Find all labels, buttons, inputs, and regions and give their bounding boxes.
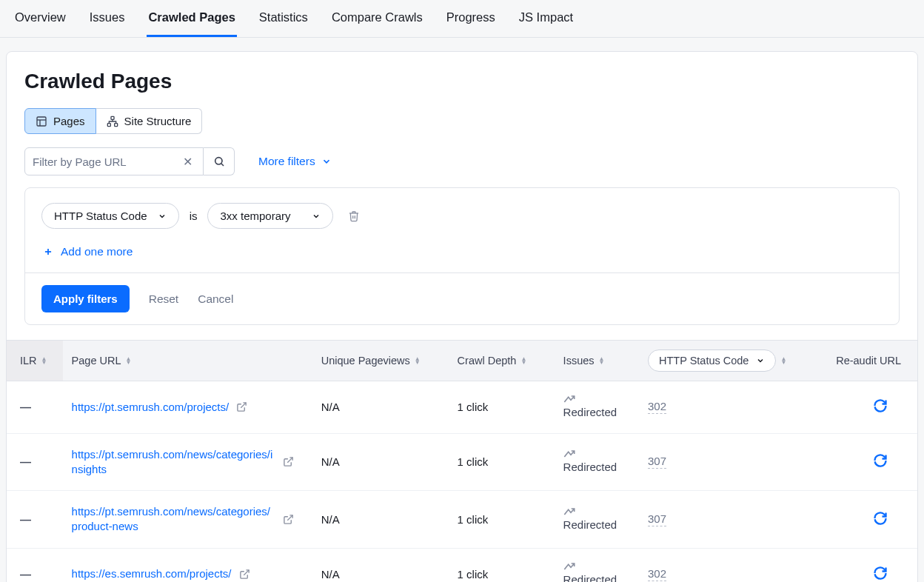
col-header-url-label: Page URL	[72, 355, 121, 367]
svg-line-10	[241, 403, 246, 408]
redirect-icon	[563, 395, 630, 404]
col-header-http-label: HTTP Status Code	[659, 355, 749, 367]
svg-point-6	[215, 158, 221, 164]
filter-field-select[interactable]: HTTP Status Code	[41, 203, 179, 229]
apply-filters-button[interactable]: Apply filters	[41, 285, 130, 312]
col-header-issues[interactable]: Issues	[555, 341, 639, 381]
external-link-icon[interactable]	[283, 456, 294, 467]
view-pages-label: Pages	[53, 115, 85, 127]
plus-icon	[43, 247, 53, 257]
table-row: — https://es.semrush.com/projects/ N/A 1…	[7, 548, 917, 582]
add-condition-label: Add one more	[61, 245, 133, 258]
col-header-url[interactable]: Page URL	[63, 341, 312, 381]
view-structure-label: Site Structure	[124, 115, 192, 127]
crawl-depth-value: 1 click	[458, 401, 489, 413]
http-status-value[interactable]: 307	[648, 455, 666, 469]
cancel-filters-button[interactable]: Cancel	[198, 292, 233, 306]
view-site-structure[interactable]: Site Structure	[96, 108, 203, 134]
filter-url-input[interactable]	[33, 155, 180, 168]
chevron-down-icon	[756, 356, 765, 365]
search-icon	[213, 155, 225, 167]
issues-value: Redirected	[563, 405, 630, 420]
svg-rect-4	[107, 123, 110, 126]
filter-value-select[interactable]: 3xx temporary	[207, 203, 333, 229]
tab-statistics[interactable]: Statistics	[258, 0, 309, 37]
external-link-icon[interactable]	[283, 514, 294, 525]
more-filters-toggle[interactable]: More filters	[258, 155, 332, 168]
ilr-value: —	[20, 513, 32, 526]
tab-crawled-pages[interactable]: Crawled Pages	[147, 0, 236, 37]
reaudit-button[interactable]	[873, 398, 888, 413]
col-header-ilr[interactable]: ILR	[7, 341, 63, 381]
ilr-value: —	[20, 401, 32, 413]
filter-field-label: HTTP Status Code	[54, 210, 147, 222]
redirect-icon	[563, 507, 630, 516]
unique-pageviews-value: N/A	[321, 455, 340, 468]
unique-pageviews-value: N/A	[321, 401, 340, 413]
clear-input-icon[interactable]: ✕	[180, 155, 195, 169]
page-title: Crawled Pages	[24, 70, 900, 93]
more-filters-label: More filters	[258, 155, 315, 168]
sort-icon	[520, 357, 526, 364]
chevron-down-icon	[312, 212, 321, 221]
page-url-link[interactable]: https://pt.semrush.com/projects/	[72, 400, 230, 415]
page-url-link[interactable]: https://pt.semrush.com/news/categories/p…	[72, 504, 275, 535]
view-toggle: Pages Site Structure	[24, 108, 202, 134]
col-header-http[interactable]: HTTP Status Code	[639, 341, 826, 381]
svg-line-13	[244, 570, 249, 575]
redirect-icon	[563, 562, 630, 571]
sort-icon	[415, 357, 421, 364]
external-link-icon[interactable]	[236, 401, 247, 412]
filter-input-group: ✕	[24, 147, 235, 175]
search-button[interactable]	[204, 147, 235, 175]
issues-value: Redirected	[563, 518, 630, 532]
http-status-column-select[interactable]: HTTP Status Code	[648, 349, 776, 372]
col-header-issues-label: Issues	[563, 355, 595, 367]
http-status-value[interactable]: 302	[648, 567, 666, 581]
reset-filters-button[interactable]: Reset	[149, 292, 179, 306]
page-url-link[interactable]: https://es.semrush.com/projects/	[72, 566, 232, 581]
crawl-depth-value: 1 click	[458, 513, 489, 526]
filter-condition-row: HTTP Status Code is 3xx temporary	[41, 203, 883, 229]
pages-icon	[36, 116, 47, 127]
svg-line-11	[287, 458, 292, 463]
filter-input-wrap: ✕	[24, 147, 204, 175]
redirect-icon	[563, 449, 630, 458]
top-tabs: Overview Issues Crawled Pages Statistics…	[0, 0, 924, 38]
unique-pageviews-value: N/A	[321, 513, 340, 526]
svg-rect-0	[37, 117, 46, 126]
tab-issues[interactable]: Issues	[88, 0, 127, 37]
col-header-unique[interactable]: Unique Pageviews	[312, 341, 449, 381]
http-status-value[interactable]: 307	[648, 512, 666, 526]
add-condition-button[interactable]: Add one more	[43, 245, 133, 258]
col-header-unique-label: Unique Pageviews	[321, 355, 410, 367]
tab-js-impact[interactable]: JS Impact	[518, 0, 575, 37]
delete-condition-button[interactable]	[344, 206, 364, 227]
view-pages[interactable]: Pages	[24, 108, 96, 134]
reaudit-button[interactable]	[873, 453, 888, 468]
sort-icon	[41, 357, 47, 364]
tab-overview[interactable]: Overview	[13, 0, 67, 37]
reaudit-button[interactable]	[873, 511, 888, 526]
results-table: ILR Page URL Unique Pageviews	[7, 340, 917, 582]
page-url-link[interactable]: https://pt.semrush.com/news/categories/i…	[72, 447, 275, 478]
col-header-depth[interactable]: Crawl Depth	[449, 341, 555, 381]
reaudit-button[interactable]	[873, 566, 888, 581]
filter-row: ✕ More filters	[24, 147, 900, 175]
chevron-down-icon	[321, 156, 332, 167]
svg-line-7	[221, 164, 224, 166]
ilr-value: —	[20, 455, 32, 468]
tab-compare-crawls[interactable]: Compare Crawls	[330, 0, 424, 37]
col-header-reaudit-label: Re-audit URL	[836, 355, 901, 367]
filter-operator-label: is	[190, 210, 198, 222]
table-row: — https://pt.semrush.com/news/categories…	[7, 433, 917, 491]
site-structure-icon	[107, 116, 118, 127]
external-link-icon[interactable]	[239, 569, 250, 580]
issues-value: Redirected	[563, 460, 630, 475]
tab-progress[interactable]: Progress	[445, 0, 497, 37]
table-row: — https://pt.semrush.com/news/categories…	[7, 491, 917, 549]
sort-icon	[780, 357, 786, 364]
crawl-depth-value: 1 click	[458, 568, 489, 581]
col-header-ilr-label: ILR	[20, 355, 37, 367]
http-status-value[interactable]: 302	[648, 400, 666, 414]
